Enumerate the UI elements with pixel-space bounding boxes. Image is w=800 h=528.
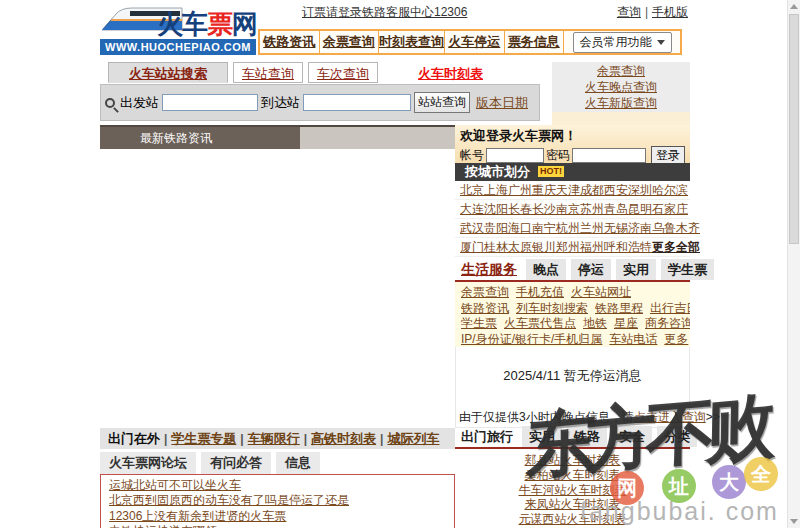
travel-tab[interactable]: 安全 bbox=[612, 426, 652, 447]
bar-link[interactable]: 城际列车 bbox=[387, 431, 439, 446]
bar-link[interactable]: 车辆限行 bbox=[248, 431, 300, 446]
services-tab[interactable]: 停运 bbox=[571, 259, 611, 280]
nav-item[interactable]: 余票查询 bbox=[320, 31, 380, 53]
scroll-up-icon[interactable] bbox=[790, 4, 798, 9]
member-menu-dropdown[interactable]: 会员常用功能 bbox=[573, 32, 672, 53]
city-link[interactable]: 北京 bbox=[460, 182, 484, 199]
city-link[interactable]: 福州 bbox=[580, 239, 604, 256]
city-link[interactable]: 海口 bbox=[508, 220, 532, 237]
service-link[interactable]: 铁路里程 bbox=[595, 301, 643, 317]
service-link[interactable]: 更多 bbox=[664, 332, 688, 348]
station-search-button[interactable]: 站站查询 bbox=[414, 92, 470, 113]
bar-link[interactable]: 高铁时刻表 bbox=[311, 431, 376, 446]
service-link[interactable]: IP/身份证/银行卡/手机归属 bbox=[461, 332, 602, 348]
city-link[interactable]: 天津 bbox=[556, 182, 580, 199]
city-link[interactable]: 厦门 bbox=[460, 239, 484, 256]
forum-post-link[interactable]: 运城北站可不可以坐火车 bbox=[109, 478, 446, 493]
city-link[interactable]: 更多全部 bbox=[652, 239, 700, 256]
forum-post-link[interactable]: 中铁快运快递在哪领 bbox=[109, 524, 446, 528]
query-link[interactable]: 查询 bbox=[617, 5, 641, 19]
city-link[interactable]: 长春 bbox=[508, 201, 532, 218]
mobile-version-link[interactable]: 手机版 bbox=[652, 5, 688, 19]
account-input[interactable] bbox=[486, 148, 544, 163]
city-link[interactable]: 广州 bbox=[508, 182, 532, 199]
city-link[interactable]: 南京 bbox=[556, 201, 580, 218]
city-link[interactable]: 哈尔滨 bbox=[652, 182, 688, 199]
services-tab[interactable]: 学生票 bbox=[661, 259, 714, 280]
service-link[interactable]: 地铁 bbox=[583, 316, 607, 332]
quick-link[interactable]: 火车晚点查询 bbox=[552, 79, 690, 95]
station-timetable-link[interactable]: 牛车河站火车时刻表 bbox=[455, 483, 690, 498]
city-link[interactable]: 青岛 bbox=[604, 201, 628, 218]
vertical-scrollbar[interactable] bbox=[787, 0, 800, 528]
station-timetable-link[interactable]: 郏县站火车时刻表 bbox=[455, 453, 690, 468]
city-link[interactable]: 西安 bbox=[604, 182, 628, 199]
service-link[interactable]: 铁路资讯 bbox=[461, 301, 509, 317]
news-tab[interactable]: 最新铁路资讯 bbox=[100, 127, 300, 149]
delay-query-link[interactable]: 点击进入查询 bbox=[634, 410, 706, 424]
travel-tab[interactable]: 分类 bbox=[657, 426, 697, 447]
city-link[interactable]: 郑州 bbox=[556, 239, 580, 256]
station-timetable-link[interactable]: 桑柏站火车时刻表 bbox=[455, 468, 690, 483]
nav-item[interactable]: 票务信息 bbox=[505, 31, 565, 53]
service-link[interactable]: 手机充值 bbox=[516, 285, 564, 301]
travel-tab[interactable]: 铁路 bbox=[567, 426, 607, 447]
service-link[interactable]: 火车站网址 bbox=[571, 285, 631, 301]
forum-post-link[interactable]: 12306上没有新余到进贤的火车票 bbox=[109, 509, 446, 524]
from-station-input[interactable] bbox=[162, 94, 258, 111]
station-timetable-link[interactable]: 元谋西站火车时刻表 bbox=[455, 512, 690, 527]
nav-item[interactable]: 铁路资讯 bbox=[260, 31, 320, 53]
quick-link[interactable]: 火车新版查询 bbox=[552, 95, 690, 111]
city-link[interactable]: 南宁 bbox=[532, 220, 556, 237]
travel-tab[interactable]: 出门旅行 bbox=[457, 426, 517, 447]
service-link[interactable]: 商务咨询 bbox=[645, 316, 690, 332]
station-timetable-link[interactable]: 来凤站火车时刻表 bbox=[455, 497, 690, 512]
password-input[interactable] bbox=[572, 148, 646, 163]
services-tab[interactable]: 晚点 bbox=[526, 259, 566, 280]
forum-tab[interactable]: 有问必答 bbox=[201, 452, 271, 474]
timetable-link[interactable]: 火车时刻表 bbox=[418, 65, 483, 83]
city-link[interactable]: 武汉 bbox=[460, 220, 484, 237]
city-link[interactable]: 济南 bbox=[628, 220, 652, 237]
city-link[interactable]: 杭州 bbox=[556, 220, 580, 237]
forum-tab[interactable]: 火车票网论坛 bbox=[100, 452, 196, 474]
scroll-down-icon[interactable] bbox=[790, 519, 798, 524]
service-link[interactable]: 列车时刻搜索 bbox=[516, 301, 588, 317]
site-logo[interactable]: 火车票网 WWW.HUOCHEPIAO.COM bbox=[100, 2, 256, 55]
city-link[interactable]: 长沙 bbox=[532, 201, 556, 218]
city-link[interactable]: 成都 bbox=[580, 182, 604, 199]
nav-item[interactable]: 火车停运 bbox=[445, 31, 505, 53]
city-link[interactable]: 深圳 bbox=[628, 182, 652, 199]
scrollbar-thumb[interactable] bbox=[789, 14, 799, 244]
to-station-input[interactable] bbox=[303, 94, 411, 111]
city-link[interactable]: 乌鲁木齐 bbox=[652, 220, 700, 237]
city-link[interactable]: 大连 bbox=[460, 201, 484, 218]
city-link[interactable]: 兰州 bbox=[580, 220, 604, 237]
version-date-link[interactable]: 版本日期 bbox=[476, 94, 528, 112]
service-link[interactable]: 火车票代售点 bbox=[504, 316, 576, 332]
city-link[interactable]: 重庆 bbox=[532, 182, 556, 199]
city-link[interactable]: 昆明 bbox=[628, 201, 652, 218]
service-link[interactable]: 学生票 bbox=[461, 316, 497, 332]
city-link[interactable]: 贵阳 bbox=[484, 220, 508, 237]
city-link[interactable]: 桂林 bbox=[484, 239, 508, 256]
service-link[interactable]: 星座 bbox=[614, 316, 638, 332]
quick-link[interactable]: 余票查询 bbox=[552, 63, 690, 79]
bar-link[interactable]: 学生票专题 bbox=[171, 431, 236, 446]
city-link[interactable]: 无锡 bbox=[604, 220, 628, 237]
travel-tab[interactable]: 实用 bbox=[522, 426, 562, 447]
search-tab[interactable]: 火车站站搜索 bbox=[108, 62, 228, 83]
services-tab[interactable]: 生活服务 bbox=[457, 259, 521, 280]
city-link[interactable]: 石家庄 bbox=[652, 201, 688, 218]
services-tab[interactable]: 实用 bbox=[616, 259, 656, 280]
city-link[interactable]: 银川 bbox=[532, 239, 556, 256]
nav-item[interactable]: 时刻表查询 bbox=[379, 31, 445, 53]
city-link[interactable]: 太原 bbox=[508, 239, 532, 256]
forum-post-link[interactable]: 北京西到固原西的动车没有了吗是停运了还是 bbox=[109, 493, 446, 508]
service-link[interactable]: 出行吉日 bbox=[650, 301, 690, 317]
booking-notice-link[interactable]: 订票请登录铁路客服中心12306 bbox=[302, 4, 467, 21]
city-link[interactable]: 上海 bbox=[484, 182, 508, 199]
forum-tab[interactable]: 信息 bbox=[276, 452, 320, 474]
search-tab[interactable]: 车次查询 bbox=[308, 62, 378, 83]
search-tab[interactable]: 车站查询 bbox=[233, 62, 303, 83]
